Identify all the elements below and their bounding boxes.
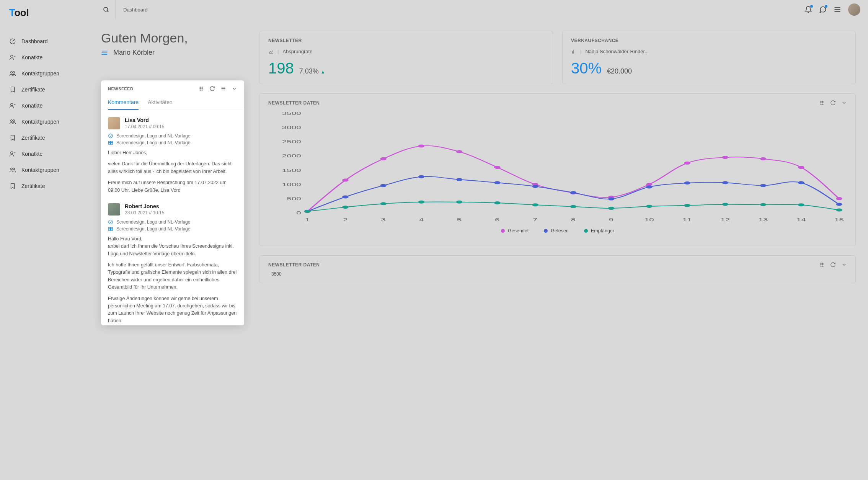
svg-point-109	[456, 201, 462, 204]
menu-icon	[834, 6, 841, 13]
topbar: Dashboard	[89, 0, 868, 19]
right-column: NEWSLETTER | Absprungrate 198 7,03% ▲ VE…	[259, 31, 856, 469]
sidebar-item-kontaktgruppen[interactable]: Kontaktgruppen	[0, 114, 89, 130]
svg-point-29	[202, 90, 202, 90]
legend-item[interactable]: Gelesen	[544, 228, 569, 233]
sidebar-item-kontaktgruppen[interactable]: Kontaktgruppen	[0, 65, 89, 82]
svg-point-105	[304, 210, 310, 213]
search-button[interactable]	[96, 0, 116, 19]
svg-text:14: 14	[796, 217, 806, 222]
drag-icon[interactable]	[819, 100, 825, 106]
drag-icon[interactable]	[819, 262, 825, 268]
svg-point-112	[570, 205, 576, 208]
drag-icon[interactable]	[198, 86, 204, 91]
sidebar-item-konatkte[interactable]: Konatkte	[0, 49, 89, 65]
sidebar-item-zertifikate[interactable]: Zertifikate	[0, 178, 89, 194]
left-column: Guten Morgen, Mario Körbler NEWSFEED	[101, 31, 250, 469]
sidebar-item-konatkte[interactable]: Konatkte	[0, 98, 89, 114]
svg-point-33	[109, 134, 113, 138]
stat-percent: 7,03% ▲	[299, 67, 325, 75]
greeting-username: Mario Körbler	[113, 49, 155, 57]
sidebar-item-kontaktgruppen[interactable]: Kontaktgruppen	[0, 162, 89, 178]
legend-item[interactable]: Gesendet	[501, 228, 529, 233]
svg-rect-42	[111, 229, 113, 230]
notifications-button[interactable]	[804, 6, 812, 13]
comment-date: 17.04.2021 // 09:15	[125, 124, 164, 129]
comment-tag[interactable]: Screendesign, Logo und NL-Vorlage	[108, 140, 237, 145]
comment-tag[interactable]: Screendesign, Logo und NL-Vorlage	[108, 133, 237, 139]
chevron-down-icon[interactable]	[841, 100, 847, 106]
svg-text:2500: 2500	[282, 139, 301, 144]
svg-text:5: 5	[457, 217, 462, 222]
list-icon	[101, 50, 108, 56]
svg-point-4	[11, 72, 13, 73]
stat-label: NEWSLETTER	[268, 38, 544, 43]
search-icon	[103, 6, 109, 13]
svg-point-77	[380, 157, 386, 160]
stat-label: VERKAUFSCHANCE	[571, 38, 847, 43]
svg-point-96	[532, 185, 538, 188]
svg-point-28	[200, 90, 201, 90]
tab-aktivitäten[interactable]: Aktivitäten	[148, 95, 173, 110]
svg-point-25	[202, 87, 202, 88]
svg-point-111	[532, 203, 538, 206]
svg-point-106	[342, 206, 348, 209]
sidebar-item-label: Dashboard	[21, 38, 48, 44]
legend-label: Gesendet	[508, 228, 529, 233]
newsfeed-body[interactable]: Lisa Vord17.04.2021 // 09:15Screendesign…	[101, 110, 244, 325]
chart-legend: GesendetGelesenEmpfänger	[268, 228, 847, 233]
svg-point-117	[760, 203, 766, 206]
svg-point-97	[570, 191, 576, 194]
svg-point-78	[418, 144, 424, 147]
logo-letter: T	[9, 7, 14, 18]
comment-author: Robert Jones	[125, 203, 164, 209]
greeting-text: Guten Morgen,	[101, 31, 250, 46]
svg-rect-35	[111, 141, 113, 143]
sidebar-item-label: Zertifikate	[21, 87, 45, 93]
sidebar-item-konatkte[interactable]: Konatkte	[0, 146, 89, 162]
tab-kommentare[interactable]: Kommentare	[108, 95, 139, 110]
sidebar-item-label: Konatkte	[21, 103, 42, 109]
legend-dot	[544, 229, 548, 233]
chevron-down-icon[interactable]	[841, 262, 847, 268]
svg-text:2000: 2000	[282, 153, 301, 158]
svg-point-6	[11, 103, 13, 106]
svg-point-119	[836, 209, 842, 212]
svg-point-123	[822, 264, 823, 265]
sidebar-item-label: Zertifikate	[21, 135, 45, 141]
svg-point-124	[821, 266, 821, 266]
comment-tag[interactable]: Screendesign, Logo und NL-Vorlage	[108, 226, 237, 232]
sidebar-item-dashboard[interactable]: Dashboard	[0, 33, 89, 49]
svg-text:1500: 1500	[282, 168, 301, 173]
svg-point-93	[418, 175, 424, 178]
greeting-user[interactable]: Mario Körbler	[101, 49, 250, 57]
svg-point-27	[202, 88, 202, 89]
svg-point-100	[684, 181, 690, 184]
avatar[interactable]	[848, 3, 860, 16]
comment-paragraph: vielen Dank für die Übermittlung der Unt…	[108, 160, 237, 175]
legend-item[interactable]: Empfänger	[584, 228, 614, 233]
svg-point-110	[494, 201, 500, 204]
svg-point-94	[456, 178, 462, 181]
sidebar-item-zertifikate[interactable]: Zertifikate	[0, 130, 89, 146]
messages-button[interactable]	[819, 6, 827, 13]
svg-point-121	[822, 263, 823, 264]
svg-point-102	[760, 184, 766, 187]
svg-point-114	[646, 205, 652, 208]
list-icon[interactable]	[220, 86, 226, 91]
comment-paragraph: Lieber Herr Jones,	[108, 149, 237, 157]
svg-point-118	[798, 203, 804, 206]
svg-point-14	[11, 168, 13, 170]
legend-label: Empfänger	[591, 228, 614, 233]
sidebar-item-zertifikate[interactable]: Zertifikate	[0, 82, 89, 98]
comment-paragraph: Etwaige Änderungen können wir gerne bei …	[108, 295, 237, 325]
svg-text:13: 13	[759, 217, 768, 222]
refresh-icon[interactable]	[830, 100, 836, 106]
refresh-icon[interactable]	[209, 86, 215, 91]
comment-tag[interactable]: Screendesign, Logo und NL-Vorlage	[108, 219, 237, 225]
chevron-down-icon[interactable]	[232, 86, 237, 91]
stat-value: 30%	[571, 60, 602, 77]
refresh-icon[interactable]	[830, 262, 836, 268]
svg-point-108	[418, 201, 424, 204]
menu-button[interactable]	[834, 6, 841, 13]
